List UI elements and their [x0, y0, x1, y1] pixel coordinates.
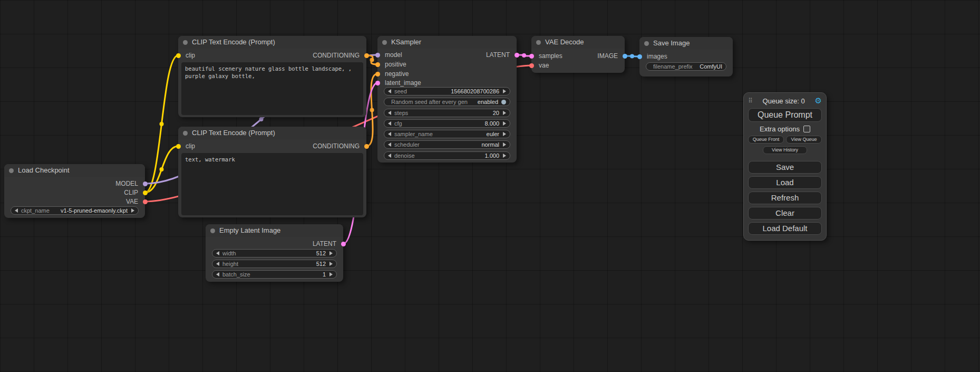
input-slot-model: model [377, 51, 402, 59]
right-arrow-icon[interactable] [329, 262, 333, 266]
positive-input-port[interactable] [375, 62, 380, 67]
right-arrow-icon[interactable] [503, 121, 506, 126]
right-arrow-icon[interactable] [329, 272, 333, 276]
node-collapse-dot[interactable] [9, 168, 14, 173]
clip-input-port[interactable] [176, 53, 181, 58]
vae-output-port[interactable] [143, 199, 148, 204]
scheduler-widget[interactable]: scheduler normal [384, 140, 510, 149]
node-collapse-dot[interactable] [536, 40, 541, 45]
height-widget[interactable]: height 512 [212, 260, 337, 268]
node-clip-text-encode-negative[interactable]: CLIP Text Encode (Prompt) clip CONDITION… [178, 127, 366, 217]
node-collapse-dot[interactable] [644, 41, 649, 46]
latent-output-port[interactable] [515, 53, 519, 58]
conditioning-output-port[interactable] [364, 53, 369, 58]
node-title-bar[interactable]: Save Image [639, 37, 733, 50]
toggle-indicator-dot[interactable] [501, 100, 506, 104]
steps-widget[interactable]: steps 20 [384, 109, 510, 117]
width-widget[interactable]: width 512 [212, 249, 337, 257]
node-empty-latent-image[interactable]: Empty Latent Image LATENT width 512 heig… [206, 224, 343, 282]
left-arrow-icon[interactable] [216, 251, 219, 255]
widget-label: filename_prefix [653, 63, 693, 70]
node-title: KSampler [391, 38, 421, 46]
left-arrow-icon[interactable] [216, 262, 219, 266]
left-arrow-icon[interactable] [216, 272, 219, 276]
image-output-port[interactable] [623, 54, 627, 59]
sampler-name-widget[interactable]: sampler_name euler [384, 130, 510, 138]
right-arrow-icon[interactable] [503, 142, 506, 147]
node-load-checkpoint[interactable]: Load Checkpoint MODEL CLIP VAE ckpt_name… [4, 164, 145, 218]
conditioning-output-port[interactable] [364, 144, 369, 149]
widget-label: Random seed after every gen [391, 99, 468, 105]
node-vae-decode[interactable]: VAE Decode samples vae IMAGE [531, 36, 625, 73]
seed-widget[interactable]: seed 156680208700286 [384, 87, 510, 96]
clip-output-port[interactable] [143, 190, 148, 195]
queue-prompt-button[interactable]: Queue Prompt [748, 108, 822, 122]
node-save-image[interactable]: Save Image images filename_prefix ComfyU… [639, 37, 733, 77]
model-output-port[interactable] [143, 182, 148, 186]
node-collapse-dot[interactable] [210, 228, 215, 233]
left-arrow-icon[interactable] [388, 142, 391, 147]
negative-input-port[interactable] [375, 72, 380, 77]
widget-label: scheduler [394, 141, 420, 148]
node-clip-text-encode-positive[interactable]: CLIP Text Encode (Prompt) clip CONDITION… [178, 36, 366, 117]
wire-midpoint-dot-checkpoint-model-to-ksampler-model [259, 117, 264, 121]
vae-input-port[interactable] [529, 63, 534, 68]
batch-size-widget[interactable]: batch_size 1 [212, 270, 337, 279]
extra-options-checkbox[interactable] [803, 126, 810, 132]
ckpt-name-widget[interactable]: ckpt_name v1-5-pruned-emaonly.ckpt [11, 206, 139, 215]
input-slot-negative: negative [377, 70, 409, 78]
left-arrow-icon[interactable] [388, 121, 391, 126]
right-arrow-icon[interactable] [503, 111, 506, 115]
right-arrow-icon[interactable] [503, 132, 506, 136]
prompt-textarea[interactable]: text, watermark [181, 153, 363, 215]
latent-image-input-port[interactable] [375, 81, 380, 85]
view-queue-button[interactable]: View Queue [786, 136, 822, 144]
node-title-bar[interactable]: CLIP Text Encode (Prompt) [178, 127, 366, 139]
widget-value: normal [481, 141, 499, 148]
prompt-textarea[interactable]: beautiful scenery nature glass bottle la… [181, 62, 363, 115]
slot-label: latent_image [385, 79, 421, 87]
clip-input-port[interactable] [176, 144, 181, 149]
node-collapse-dot[interactable] [183, 131, 188, 136]
model-input-port[interactable] [375, 53, 380, 58]
save-button[interactable]: Save [748, 161, 822, 174]
load-button[interactable]: Load [748, 176, 822, 189]
left-arrow-icon[interactable] [388, 154, 391, 158]
queue-size-label: Queue size: 0 [753, 97, 815, 105]
slot-label: positive [385, 61, 406, 68]
clear-button[interactable]: Clear [748, 207, 822, 220]
samples-input-port[interactable] [529, 54, 534, 59]
slot-label: CLIP [124, 189, 138, 196]
node-collapse-dot[interactable] [183, 40, 188, 45]
right-arrow-icon[interactable] [329, 251, 333, 255]
latent-output-port[interactable] [341, 242, 346, 246]
node-title-bar[interactable]: KSampler [377, 36, 517, 49]
view-history-button[interactable]: View History [763, 146, 807, 154]
widget-value: 156680208700286 [451, 88, 499, 94]
cfg-widget[interactable]: cfg 8.000 [384, 119, 510, 128]
load-default-button[interactable]: Load Default [748, 222, 822, 235]
node-collapse-dot[interactable] [382, 40, 387, 45]
left-arrow-icon[interactable] [15, 208, 18, 213]
right-arrow-icon[interactable] [131, 208, 134, 213]
node-ksampler[interactable]: KSampler model positive negative latent_… [377, 36, 517, 163]
denoise-widget[interactable]: denoise 1.000 [384, 151, 510, 160]
left-arrow-icon[interactable] [388, 111, 391, 115]
left-arrow-icon[interactable] [388, 89, 391, 93]
right-arrow-icon[interactable] [503, 154, 506, 158]
filename-prefix-widget[interactable]: filename_prefix ComfyUI [646, 62, 726, 71]
drag-handle-icon[interactable]: ⠿ [748, 97, 753, 104]
node-title-bar[interactable]: Load Checkpoint [4, 164, 145, 177]
node-title-bar[interactable]: VAE Decode [531, 36, 625, 49]
random-seed-toggle-widget[interactable]: Random seed after every gen enabled [384, 98, 510, 106]
node-title-bar[interactable]: Empty Latent Image [206, 224, 343, 237]
queue-front-button[interactable]: Queue Front [748, 136, 784, 144]
right-arrow-icon[interactable] [503, 89, 506, 93]
settings-gear-icon[interactable]: ⚙ [815, 96, 822, 106]
images-input-port[interactable] [637, 54, 642, 59]
slot-label: MODEL [115, 180, 138, 187]
refresh-button[interactable]: Refresh [748, 192, 822, 204]
left-arrow-icon[interactable] [388, 132, 391, 136]
node-title: Save Image [653, 39, 690, 47]
node-title-bar[interactable]: CLIP Text Encode (Prompt) [178, 36, 366, 49]
